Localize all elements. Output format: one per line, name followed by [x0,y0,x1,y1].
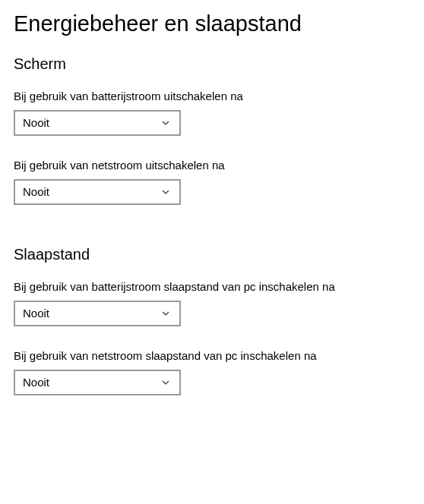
setting-screen-plugged: Bij gebruik van netstroom uitschakelen n… [14,159,410,205]
setting-sleep-battery-label: Bij gebruik van batterijstroom slaapstan… [14,280,410,293]
chevron-down-icon [160,186,172,198]
section-screen-title: Scherm [14,55,410,73]
setting-sleep-plugged-label: Bij gebruik van netstroom slaapstand van… [14,349,410,362]
select-screen-battery[interactable]: Nooit [14,110,181,136]
section-sleep-title: Slaapstand [14,246,410,263]
select-sleep-plugged-value: Nooit [23,376,49,389]
select-sleep-plugged[interactable]: Nooit [14,370,181,395]
setting-screen-battery: Bij gebruik van batterijstroom uitschake… [14,90,410,136]
select-sleep-battery-value: Nooit [23,307,49,320]
chevron-down-icon [160,307,172,320]
section-sleep: Slaapstand Bij gebruik van batterijstroo… [14,246,410,395]
chevron-down-icon [160,376,172,389]
setting-sleep-plugged: Bij gebruik van netstroom slaapstand van… [14,349,410,395]
setting-sleep-battery: Bij gebruik van batterijstroom slaapstan… [14,280,410,326]
select-screen-battery-value: Nooit [23,116,49,129]
setting-screen-plugged-label: Bij gebruik van netstroom uitschakelen n… [14,159,410,172]
select-screen-plugged-value: Nooit [23,185,49,198]
section-screen: Scherm Bij gebruik van batterijstroom ui… [14,55,410,205]
setting-screen-battery-label: Bij gebruik van batterijstroom uitschake… [14,90,410,102]
power-sleep-settings-page: Energiebeheer en slaapstand Scherm Bij g… [0,0,424,432]
select-screen-plugged[interactable]: Nooit [14,179,181,205]
select-sleep-battery[interactable]: Nooit [14,301,181,326]
chevron-down-icon [160,117,172,129]
page-title: Energiebeheer en slaapstand [14,11,410,37]
